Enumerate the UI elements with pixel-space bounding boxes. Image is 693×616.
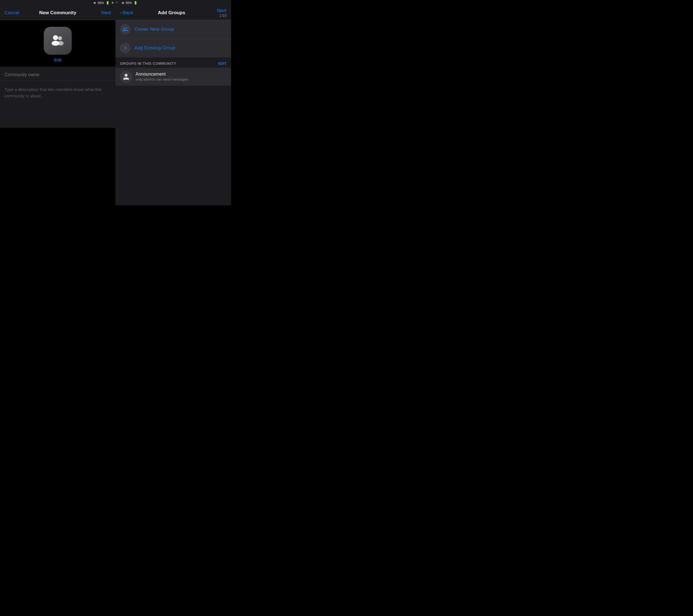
airplane-icon: ✈	[111, 1, 114, 5]
description-section[interactable]: Type a description that lets members kno…	[0, 83, 116, 128]
svg-point-3	[58, 41, 64, 45]
wifi-icon: ◜◝	[116, 1, 118, 5]
add-group-icon-circle: +	[120, 43, 131, 53]
groups-edit-button[interactable]: EDIT	[218, 61, 226, 65]
right-next-button[interactable]: Next	[210, 8, 226, 14]
group-counter: 1/10	[210, 14, 226, 18]
people-icon	[122, 26, 128, 32]
community-name-input[interactable]	[4, 72, 111, 77]
groups-section-title: GROUPS IN THIS COMMUNITY	[120, 61, 176, 65]
announcement-avatar-icon	[122, 73, 130, 80]
announcement-group-item[interactable]: Announcement only admins can send messag…	[116, 68, 231, 86]
announcement-group-info: Announcement only admins can send messag…	[136, 72, 188, 81]
back-label[interactable]: Back	[123, 10, 133, 16]
location-icon-right: ⊕	[122, 1, 124, 5]
groups-section-header: GROUPS IN THIS COMMUNITY EDIT	[116, 58, 231, 68]
community-icon-svg	[50, 32, 66, 49]
action-list: Create New Group + Add Existing Group	[116, 20, 231, 57]
svg-point-2	[58, 36, 62, 40]
left-bottom-fill	[0, 128, 116, 205]
create-new-group-item[interactable]: Create New Group	[116, 20, 231, 39]
community-icon-section: Edit	[0, 20, 116, 67]
status-bar-content: ⊕ 55% 🔋 ✈ ◜◝ ⊕ 55% 🔋	[94, 1, 137, 5]
description-placeholder: Type a description that lets members kno…	[4, 86, 111, 99]
edit-photo-button[interactable]: Edit	[54, 58, 61, 62]
back-chevron-icon: ‹	[120, 10, 122, 16]
right-bottom-fill	[116, 86, 231, 205]
left-panel-title: New Community	[39, 10, 76, 16]
battery-icon-right: 🔋	[134, 1, 138, 5]
announcement-group-subtitle: only admins can send messages	[136, 77, 188, 81]
battery-icon: 🔋	[106, 1, 110, 5]
add-groups-panel: ‹ Back Add Groups Next 1/10 Create New G…	[116, 5, 231, 205]
location-icon: ⊕	[94, 1, 96, 5]
section-separator-1	[0, 67, 116, 69]
right-panel-title: Add Groups	[158, 10, 185, 16]
add-existing-group-label: Add Existing Group	[135, 45, 175, 51]
create-new-group-label: Create New Group	[135, 26, 174, 32]
battery-right: 55%	[126, 1, 132, 4]
announcement-group-name: Announcement	[136, 72, 188, 77]
svg-point-0	[53, 35, 58, 40]
community-name-row[interactable]	[0, 69, 116, 81]
status-bar: ⊕ 55% 🔋 ✈ ◜◝ ⊕ 55% 🔋	[0, 0, 231, 5]
announcement-avatar	[120, 71, 132, 83]
section-separator-2	[0, 81, 116, 83]
cancel-button[interactable]: Cancel	[4, 10, 21, 16]
left-next-button[interactable]: Next	[94, 10, 111, 16]
new-community-panel: Cancel New Community Next Edit Type a de…	[0, 5, 116, 205]
plus-icon: +	[124, 44, 127, 52]
left-panel-header: Cancel New Community Next	[0, 5, 116, 20]
add-existing-group-item[interactable]: + Add Existing Group	[116, 39, 231, 57]
back-button[interactable]: ‹ Back	[120, 10, 133, 16]
battery-left: 55%	[98, 1, 104, 4]
create-group-icon-circle	[120, 24, 131, 35]
right-panel-header: ‹ Back Add Groups Next 1/10	[116, 5, 231, 20]
community-icon[interactable]	[44, 27, 72, 55]
